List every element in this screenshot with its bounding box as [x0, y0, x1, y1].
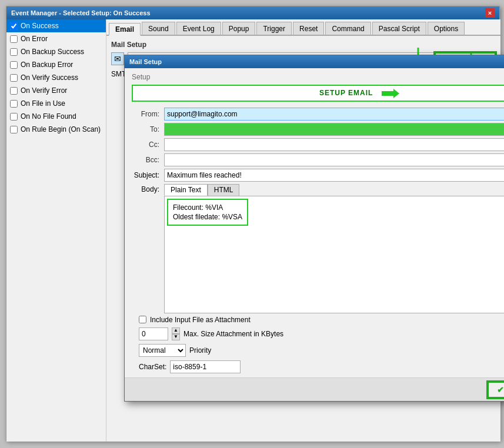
main-window: Event Manager - Selected Setup: On Succe… [6, 6, 500, 441]
from-label: From: [132, 110, 164, 118]
subject-row: Subject: ⊞ [132, 169, 504, 182]
sidebar-label-on-rule-begin: On Rule Begin (On Scan) [21, 125, 101, 133]
priority-row: Normal High Low Priority [132, 344, 504, 357]
dialog-title-bar: Mail Setup × [125, 55, 504, 68]
sidebar-label-on-verify-success: On Verify Success [21, 73, 78, 82]
subject-label: Subject: [132, 171, 164, 179]
body-content-area: Filecount: %VIA Oldest filedate: %VSA ⊞ [164, 196, 504, 313]
sidebar-label-on-no-file-found: On No File Found [21, 112, 76, 121]
body-area: Plain Text HTML Filecount: %VIA Oldest f… [164, 184, 504, 313]
on-file-in-use-checkbox[interactable] [10, 100, 18, 108]
right-panel: Email Sound Event Log Popup Trigger Rese… [106, 19, 500, 442]
cc-row: Cc: [132, 138, 504, 151]
sidebar-label-on-error: On Error [21, 35, 48, 43]
charset-input[interactable] [170, 360, 241, 373]
max-size-input[interactable] [139, 327, 168, 340]
on-backup-error-checkbox[interactable] [10, 61, 18, 69]
bcc-row: Bcc: [132, 153, 504, 166]
mail-icon: ✉ [111, 52, 124, 65]
sidebar-item-on-verify-error[interactable]: On Verify Error [6, 84, 106, 97]
sidebar-label-on-file-in-use: On File in Use [21, 99, 65, 108]
size-row: ▲ ▼ Max. Size Attachment in KBytes [132, 327, 504, 340]
save-button[interactable]: ✔ Save [488, 382, 504, 398]
body-content-inner: Filecount: %VIA Oldest filedate: %VSA [167, 199, 248, 226]
tab-options[interactable]: Options [428, 22, 465, 35]
sidebar-item-on-no-file-found[interactable]: On No File Found [6, 110, 106, 123]
attachment-label: Include Input File as Attachment [150, 316, 251, 324]
to-input[interactable] [164, 123, 504, 136]
tab-email[interactable]: Email [109, 23, 141, 36]
bcc-label: Bcc: [132, 156, 164, 164]
banner-arrow [382, 89, 399, 98]
tab-pascal-script[interactable]: Pascal Script [372, 22, 426, 35]
bcc-input[interactable] [164, 153, 504, 166]
sidebar-item-on-verify-success[interactable]: On Verify Success [6, 71, 106, 84]
sidebar-label-on-backup-error: On Backup Error [21, 61, 73, 69]
sidebar-item-on-rule-begin[interactable]: On Rule Begin (On Scan) [6, 123, 106, 136]
sidebar-label-on-backup-success: On Backup Success [21, 48, 84, 56]
tab-trigger[interactable]: Trigger [256, 22, 292, 35]
body-tab-plain-text[interactable]: Plain Text [164, 184, 208, 196]
sidebar-item-on-success[interactable]: On Success [6, 19, 106, 32]
attachment-row: Include Input File as Attachment [132, 316, 504, 324]
body-row: Body: Plain Text HTML Filecount: %VIA Ol… [132, 184, 504, 313]
on-no-file-found-checkbox[interactable] [10, 113, 18, 121]
tab-sound[interactable]: Sound [142, 22, 175, 35]
left-panel: On Success On Error On Backup Success On… [6, 19, 106, 442]
body-tabs: Plain Text HTML [164, 184, 504, 196]
save-icon: ✔ [497, 385, 504, 394]
sidebar-item-on-file-in-use[interactable]: On File in Use [6, 97, 106, 110]
size-label: Max. Size Attachment in KBytes [183, 330, 283, 338]
dialog-title-text: Mail Setup [129, 58, 162, 65]
dialog-setup-label: Setup [132, 73, 504, 81]
tab-command[interactable]: Command [325, 22, 371, 35]
tab-reset[interactable]: Reset [293, 22, 324, 35]
priority-label: Priority [189, 346, 211, 355]
sidebar-label-on-verify-error: On Verify Error [21, 86, 67, 95]
to-label: To: [132, 125, 164, 133]
include-attachment-checkbox[interactable] [139, 316, 146, 323]
sidebar-item-on-error[interactable]: On Error [6, 32, 106, 45]
tab-event-log[interactable]: Event Log [176, 22, 221, 35]
size-spinner: ▲ ▼ [172, 327, 180, 340]
from-row: From: [132, 108, 504, 121]
on-rule-begin-checkbox[interactable] [10, 126, 18, 133]
dialog-footer: ✔ Save ✖ Close [125, 377, 504, 401]
priority-select[interactable]: Normal High Low [139, 344, 186, 357]
dialog-body: Setup SETUP EMAIL From: To: [125, 68, 504, 382]
on-verify-error-checkbox[interactable] [10, 87, 18, 95]
on-backup-success-checkbox[interactable] [10, 48, 18, 56]
charset-label: CharSet: [139, 363, 166, 371]
subject-input[interactable] [164, 169, 504, 182]
size-decrement-button[interactable]: ▼ [172, 334, 180, 340]
charset-row: CharSet: [132, 360, 504, 373]
body-line1: Filecount: %VIA [173, 203, 242, 212]
body-tab-html[interactable]: HTML [208, 184, 240, 196]
to-row: To: [132, 123, 504, 136]
on-verify-success-checkbox[interactable] [10, 74, 18, 82]
on-success-checkbox[interactable] [10, 22, 18, 30]
sidebar-label-on-success: On Success [21, 22, 59, 30]
cc-input[interactable] [164, 138, 504, 151]
on-error-checkbox[interactable] [10, 35, 18, 43]
mail-setup-section-label: Mail Setup [111, 41, 496, 49]
sidebar-item-on-backup-error[interactable]: On Backup Error [6, 58, 106, 71]
from-input[interactable] [164, 108, 504, 121]
mail-setup-dialog: Mail Setup × Setup SETUP EMAIL From: [124, 55, 504, 402]
sidebar-item-on-backup-success[interactable]: On Backup Success [6, 45, 106, 58]
title-bar: Event Manager - Selected Setup: On Succe… [6, 6, 499, 19]
tab-bar: Email Sound Event Log Popup Trigger Rese… [106, 19, 500, 36]
tab-popup[interactable]: Popup [222, 22, 256, 35]
cc-label: Cc: [132, 141, 164, 149]
size-increment-button[interactable]: ▲ [172, 327, 180, 334]
body-label: Body: [132, 184, 164, 193]
body-line2: Oldest filedate: %VSA [173, 213, 242, 221]
window-title: Event Manager - Selected Setup: On Succe… [11, 9, 151, 16]
svg-marker-1 [382, 89, 399, 98]
setup-email-banner: SETUP EMAIL [132, 85, 504, 102]
main-window-close-button[interactable]: × [485, 8, 495, 18]
